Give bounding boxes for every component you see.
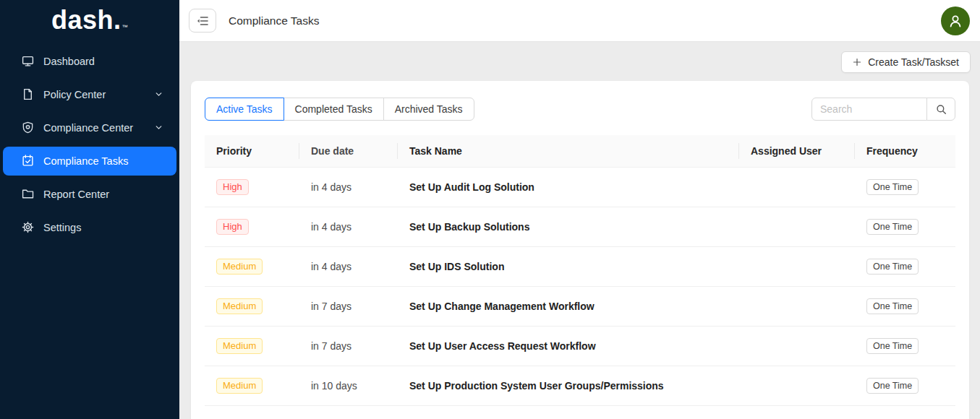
toolbar: Create Task/Taskset	[179, 42, 980, 81]
tab-archived-tasks[interactable]: Archived Tasks	[383, 98, 474, 121]
column-header-priority: Priority	[205, 135, 299, 168]
search-input[interactable]	[811, 98, 927, 121]
task-name: Set Up Backup Solutions	[398, 207, 739, 247]
search-button[interactable]	[926, 98, 955, 121]
table-row[interactable]: Medium in 4 days Set Up IDS Solution One…	[205, 247, 955, 287]
monitor-icon	[22, 55, 34, 67]
sidebar-item-label: Settings	[43, 222, 81, 233]
due-date: in 7 days	[299, 327, 398, 366]
tasks-table: Priority Due date Task Name Assigned Use…	[205, 135, 955, 406]
sidebar-item-label: Report Center	[43, 189, 109, 200]
sidebar-item-compliance-center[interactable]: Compliance Center	[3, 113, 176, 142]
trademark-mark: ™	[122, 24, 129, 30]
app-root: dash.™ Dashboard Policy Center	[0, 0, 980, 419]
content-area: Create Task/Taskset Active Tasks Complet…	[179, 42, 980, 419]
priority-badge: Medium	[216, 338, 263, 354]
task-name: Set Up Production System User Groups/Per…	[398, 366, 739, 406]
frequency-badge: One Time	[866, 378, 919, 394]
table-row[interactable]: Medium in 7 days Set Up Change Managemen…	[205, 287, 955, 327]
app-logo: dash.™	[0, 0, 179, 45]
sidebar-nav: Dashboard Policy Center	[0, 45, 179, 244]
tab-completed-tasks[interactable]: Completed Tasks	[284, 98, 384, 121]
column-header-task-name: Task Name	[398, 135, 739, 168]
chevron-down-icon	[154, 90, 163, 99]
frequency-badge: One Time	[866, 338, 919, 354]
sidebar-item-label: Compliance Center	[43, 122, 133, 134]
sidebar-item-label: Policy Center	[43, 89, 106, 100]
assigned-user	[739, 168, 855, 207]
assigned-user	[739, 287, 855, 327]
main-area: Compliance Tasks Cr	[179, 0, 980, 419]
sidebar-item-label: Dashboard	[43, 56, 95, 67]
frequency-badge: One Time	[866, 298, 919, 314]
assigned-user	[739, 366, 855, 406]
top-bar: Compliance Tasks	[179, 0, 980, 42]
table-row[interactable]: High in 4 days Set Up Audit Log Solution…	[205, 168, 955, 207]
page-title: Compliance Tasks	[229, 14, 320, 27]
card-header: Active Tasks Completed Tasks Archived Ta…	[205, 98, 955, 121]
assigned-user	[739, 207, 855, 247]
person-icon	[947, 12, 964, 30]
assigned-user	[739, 247, 855, 287]
column-header-assigned-user: Assigned User	[739, 135, 855, 168]
column-header-frequency: Frequency	[855, 135, 955, 168]
calendar-check-icon	[22, 155, 34, 167]
create-task-button[interactable]: Create Task/Taskset	[841, 51, 971, 73]
column-header-due-date: Due date	[299, 135, 398, 168]
menu-fold-icon	[197, 15, 208, 27]
table-row[interactable]: Medium in 7 days Set Up User Access Requ…	[205, 327, 955, 366]
task-name: Set Up IDS Solution	[398, 247, 739, 287]
task-tabs: Active Tasks Completed Tasks Archived Ta…	[205, 98, 474, 121]
priority-badge: Medium	[216, 378, 263, 394]
sidebar-item-report-center[interactable]: Report Center	[3, 180, 176, 209]
assigned-user	[739, 327, 855, 366]
table-row[interactable]: Medium in 10 days Set Up Production Syst…	[205, 366, 955, 406]
magnifier-icon	[936, 104, 947, 115]
sidebar-item-settings[interactable]: Settings	[3, 213, 176, 242]
sidebar-item-compliance-tasks[interactable]: Compliance Tasks	[3, 147, 176, 176]
sidebar-collapse-button[interactable]	[189, 9, 216, 33]
due-date: in 4 days	[299, 168, 398, 207]
tasks-card: Active Tasks Completed Tasks Archived Ta…	[191, 81, 969, 419]
sidebar-item-policy-center[interactable]: Policy Center	[3, 80, 176, 109]
sidebar: dash.™ Dashboard Policy Center	[0, 0, 179, 419]
shield-icon	[22, 121, 34, 134]
task-name: Set Up User Access Request Workflow	[398, 327, 739, 366]
frequency-badge: One Time	[866, 259, 919, 275]
gear-icon	[22, 221, 34, 233]
table-header-row: Priority Due date Task Name Assigned Use…	[205, 135, 955, 168]
plus-icon	[853, 58, 861, 66]
due-date: in 4 days	[299, 247, 398, 287]
priority-badge: Medium	[216, 298, 263, 314]
folder-icon	[22, 188, 34, 200]
sidebar-item-dashboard[interactable]: Dashboard	[3, 47, 176, 76]
tab-active-tasks[interactable]: Active Tasks	[205, 98, 284, 121]
due-date: in 4 days	[299, 207, 398, 247]
task-name: Set Up Audit Log Solution	[398, 168, 739, 207]
sidebar-item-label: Compliance Tasks	[43, 155, 128, 167]
chevron-down-icon	[154, 123, 163, 132]
create-task-button-label: Create Task/Taskset	[868, 56, 959, 68]
priority-badge: Medium	[216, 259, 263, 275]
priority-badge: High	[216, 219, 249, 235]
due-date: in 7 days	[299, 287, 398, 327]
app-logo-text: dash.	[51, 5, 122, 35]
due-date: in 10 days	[299, 366, 398, 406]
task-name: Set Up Change Management Workflow	[398, 287, 739, 327]
user-avatar[interactable]	[941, 7, 970, 35]
table-row[interactable]: High in 4 days Set Up Backup Solutions O…	[205, 207, 955, 247]
search-box	[811, 98, 955, 121]
frequency-badge: One Time	[866, 179, 919, 195]
document-icon	[22, 88, 34, 100]
priority-badge: High	[216, 179, 249, 195]
frequency-badge: One Time	[866, 219, 919, 235]
